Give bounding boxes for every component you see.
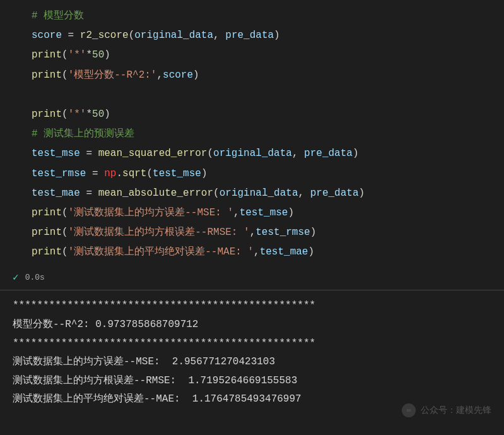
success-checkmark-icon: ✓ <box>13 271 19 283</box>
watermark-text: 公众号：建模先锋 <box>421 405 491 416</box>
code-line: print('测试数据集上的平均绝对误差--MAE: ',test_mae) <box>0 242 504 262</box>
code-line: # 模型分数 <box>0 6 504 26</box>
output-line: 模型分数--R^2: 0.973785868709712 <box>13 316 491 335</box>
code-line: score = r2_score(original_data, pre_data… <box>0 26 504 45</box>
watermark: ∞ 公众号：建模先锋 <box>402 403 491 417</box>
execution-status-bar: ✓ 0.0s <box>0 267 504 290</box>
code-line: # 测试集上的预测误差 <box>0 124 504 144</box>
output-line: 测试数据集上的均方根误差--RMSE: 1.7195264669155583 <box>13 372 491 391</box>
code-line: print('测试数据集上的均方误差--MSE: ',test_mse) <box>0 203 504 223</box>
code-line <box>0 85 504 105</box>
code-line: test_mae = mean_absolute_error(original_… <box>0 184 504 203</box>
code-line: print('*'*50) <box>0 45 504 65</box>
code-line: print('测试数据集上的均方根误差--RMSE: ',test_rmse) <box>0 223 504 242</box>
comment: # 模型分数 <box>32 10 84 21</box>
watermark-icon: ∞ <box>402 403 416 417</box>
code-editor[interactable]: # 模型分数 score = r2_score(original_data, p… <box>0 0 504 267</box>
code-line: test_rmse = np.sqrt(test_mse) <box>0 164 504 184</box>
output-panel: ****************************************… <box>0 290 504 415</box>
output-line: ****************************************… <box>13 335 491 354</box>
code-line: print('*'*50) <box>0 105 504 124</box>
execution-time: 0.0s <box>25 273 45 282</box>
code-line: test_mse = mean_squared_error(original_d… <box>0 144 504 164</box>
output-line: ****************************************… <box>13 297 491 316</box>
comment: # 测试集上的预测误差 <box>32 128 134 140</box>
output-line: 测试数据集上的均方误差--MSE: 2.956771270423103 <box>13 353 491 372</box>
code-line: print('模型分数--R^2:',score) <box>0 66 504 85</box>
